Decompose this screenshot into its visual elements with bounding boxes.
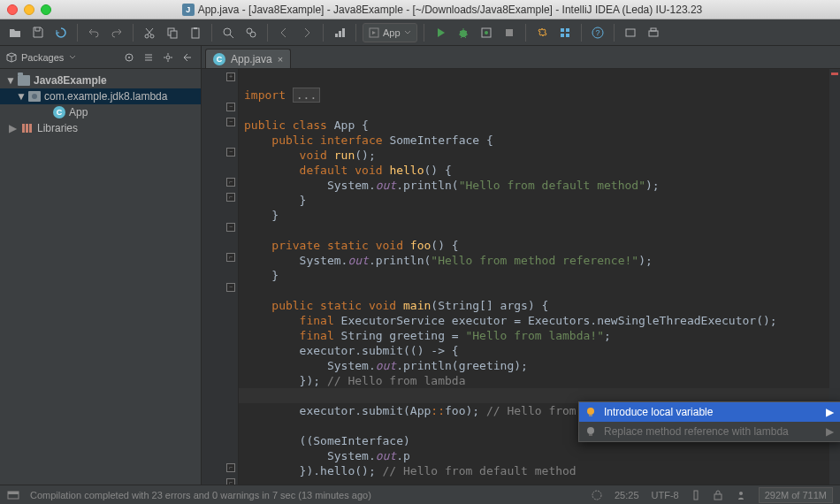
replace-button[interactable] bbox=[241, 23, 261, 42]
popup-introduce-variable[interactable]: Introduce local variable ▶ bbox=[579, 402, 840, 422]
coverage-button[interactable] bbox=[477, 23, 496, 42]
minimize-window-button[interactable] bbox=[24, 4, 34, 15]
intention-bulb-icon bbox=[584, 425, 597, 438]
fold-marker[interactable]: ⌐ bbox=[226, 478, 235, 485]
svg-rect-25 bbox=[651, 28, 656, 31]
project-tool-header: Packages bbox=[0, 46, 202, 68]
run-config-label: App bbox=[383, 27, 401, 38]
folder-icon bbox=[18, 75, 30, 86]
project-structure-button[interactable] bbox=[555, 23, 575, 42]
zoom-window-button[interactable] bbox=[41, 4, 51, 15]
tree-class-app[interactable]: C App bbox=[0, 104, 201, 120]
open-file-button[interactable] bbox=[5, 23, 25, 42]
status-message: Compilation completed with 23 errors and… bbox=[30, 490, 371, 500]
close-window-button[interactable] bbox=[7, 4, 18, 15]
fold-marker[interactable]: − bbox=[226, 148, 235, 157]
window-controls bbox=[7, 4, 51, 15]
fold-marker[interactable]: + bbox=[226, 73, 235, 81]
collapse-all-button[interactable] bbox=[141, 50, 157, 65]
svg-point-0 bbox=[145, 34, 149, 38]
status-bar: Compilation completed with 23 errors and… bbox=[0, 485, 840, 504]
package-icon bbox=[28, 91, 41, 102]
build-button[interactable] bbox=[330, 23, 349, 42]
code-editor[interactable]: + − − − ⌐ ⌐ − ⌐ − ⌐ ⌐ import ... public … bbox=[202, 69, 840, 485]
svg-rect-5 bbox=[194, 27, 197, 29]
main-toolbar: App ? bbox=[0, 19, 840, 46]
svg-rect-35 bbox=[589, 415, 592, 416]
titlebar: J App.java - [Java8Example] - Java8Examp… bbox=[0, 0, 840, 19]
svg-rect-39 bbox=[8, 492, 19, 494]
svg-text:?: ? bbox=[595, 28, 599, 37]
paste-button[interactable] bbox=[186, 23, 205, 42]
background-tasks-icon[interactable] bbox=[592, 490, 602, 500]
hector-icon[interactable] bbox=[736, 490, 746, 500]
back-button[interactable] bbox=[274, 23, 294, 42]
settings-button[interactable] bbox=[532, 23, 552, 42]
svg-point-8 bbox=[250, 32, 256, 37]
encoding-indicator[interactable]: UTF-8 bbox=[652, 490, 679, 500]
intention-popup: Introduce local variable ▶ Replace metho… bbox=[578, 401, 840, 442]
hide-tool-button[interactable] bbox=[179, 50, 195, 65]
copy-button[interactable] bbox=[163, 23, 182, 42]
title-text: App.java - [Java8Example] - Java8Example… bbox=[198, 4, 703, 16]
svg-rect-16 bbox=[506, 29, 513, 36]
class-icon: C bbox=[53, 106, 65, 118]
save-button[interactable] bbox=[28, 23, 48, 42]
packages-view-label[interactable]: Packages bbox=[5, 51, 64, 64]
svg-rect-4 bbox=[192, 28, 199, 38]
expand-icon[interactable]: ▼ bbox=[16, 90, 25, 103]
fold-marker[interactable]: − bbox=[226, 118, 235, 126]
svg-rect-37 bbox=[589, 434, 592, 436]
editor-tabs: C App.java × bbox=[202, 46, 291, 68]
fold-marker[interactable]: ⌐ bbox=[226, 253, 235, 262]
run-button[interactable] bbox=[431, 23, 450, 42]
editor-gutter[interactable]: + − − − ⌐ ⌐ − ⌐ − ⌐ ⌐ bbox=[202, 69, 239, 485]
find-button[interactable] bbox=[218, 23, 238, 42]
scroll-to-source-button[interactable] bbox=[121, 50, 137, 65]
sync-button[interactable] bbox=[51, 23, 71, 42]
help-button[interactable]: ? bbox=[588, 23, 607, 42]
tool-settings-button[interactable] bbox=[160, 50, 176, 65]
line-column-indicator[interactable]: 25:25 bbox=[615, 490, 639, 500]
fold-marker[interactable]: ⌐ bbox=[226, 193, 235, 202]
run-config-selector[interactable]: App bbox=[363, 23, 417, 42]
svg-rect-32 bbox=[26, 124, 28, 133]
intention-bulb-icon bbox=[584, 406, 597, 418]
status-icon[interactable] bbox=[7, 489, 19, 501]
fold-marker[interactable]: ⌐ bbox=[226, 463, 235, 472]
tab-app-java[interactable]: C App.java × bbox=[205, 49, 291, 68]
window-title: J App.java - [Java8Example] - Java8Examp… bbox=[51, 4, 833, 16]
expand-icon[interactable]: ▼ bbox=[5, 74, 14, 87]
tree-libraries[interactable]: ▶ Libraries bbox=[0, 120, 201, 136]
redo-button[interactable] bbox=[107, 23, 126, 42]
insert-mode-icon[interactable] bbox=[691, 490, 700, 500]
memory-indicator[interactable]: 292M of 711M bbox=[759, 487, 833, 503]
tree-project-root[interactable]: ▼ Java8Example bbox=[0, 73, 201, 88]
fold-marker[interactable]: − bbox=[226, 283, 235, 292]
toolbar-extra-2[interactable] bbox=[644, 23, 663, 42]
expand-icon[interactable]: ▶ bbox=[9, 122, 18, 134]
svg-rect-10 bbox=[339, 31, 341, 37]
fold-marker[interactable]: ⌐ bbox=[226, 178, 235, 187]
project-tree: ▼ Java8Example ▼ com.example.jdk8.lambda… bbox=[0, 69, 202, 485]
fold-marker[interactable]: − bbox=[226, 223, 235, 232]
svg-rect-20 bbox=[566, 34, 569, 37]
close-tab-icon[interactable]: × bbox=[278, 54, 283, 65]
fold-marker[interactable]: − bbox=[226, 103, 235, 111]
error-marker[interactable] bbox=[831, 73, 838, 75]
debug-button[interactable] bbox=[454, 23, 473, 42]
cut-button[interactable] bbox=[140, 23, 159, 42]
undo-button[interactable] bbox=[84, 23, 103, 42]
dropdown-icon[interactable] bbox=[69, 54, 76, 61]
popup-replace-lambda[interactable]: Replace method reference with lambda ▶ bbox=[579, 422, 840, 441]
tree-package[interactable]: ▼ com.example.jdk8.lambda bbox=[0, 88, 201, 104]
svg-rect-17 bbox=[561, 28, 564, 32]
svg-point-43 bbox=[739, 492, 743, 495]
svg-rect-18 bbox=[566, 28, 569, 32]
submenu-arrow-icon: ▶ bbox=[808, 425, 834, 438]
toolbar-extra-1[interactable] bbox=[621, 23, 640, 42]
readonly-icon[interactable] bbox=[713, 490, 723, 500]
forward-button[interactable] bbox=[297, 23, 317, 42]
svg-point-15 bbox=[485, 31, 488, 34]
stop-button[interactable] bbox=[500, 23, 519, 42]
